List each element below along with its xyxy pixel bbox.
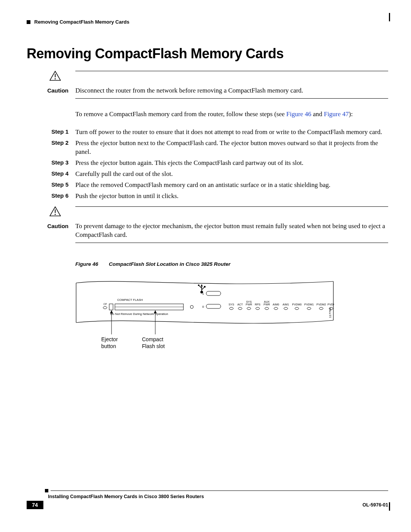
intro-pre: To remove a CompactFlash memory card fro… — [75, 110, 286, 118]
caution-icon — [49, 206, 75, 218]
svg-point-39 — [265, 307, 269, 310]
caution-label: Caution — [27, 223, 75, 229]
cf-led-label: CF — [104, 303, 107, 305]
figure-image-id: 117784 — [328, 308, 332, 318]
svg-text:PVDM0: PVDM0 — [292, 303, 302, 306]
figure-47-link[interactable]: Figure 47 — [324, 110, 349, 118]
figure-title: CompactFlash Slot Location in Cisco 3825… — [109, 261, 231, 267]
step-row: Step 4 Carefully pull the card out of th… — [27, 170, 388, 179]
svg-point-37 — [247, 307, 251, 310]
step-label: Step 6 — [27, 192, 75, 201]
svg-point-21 — [190, 305, 193, 308]
svg-marker-47 — [110, 310, 113, 313]
svg-text:PVDM1: PVDM1 — [304, 303, 314, 306]
step-label: Step 4 — [27, 170, 75, 179]
figure-46-link[interactable]: Figure 46 — [286, 110, 311, 118]
caution-label: Caution — [27, 87, 75, 94]
step-label: Step 3 — [27, 159, 75, 168]
svg-point-2 — [55, 78, 56, 80]
callout-slot: CompactFlash slot — [142, 336, 165, 350]
svg-point-17 — [103, 307, 107, 309]
doc-id: OL-5976-01 — [363, 502, 388, 508]
port-0-label: 0 — [202, 305, 204, 308]
step-text: Place the removed CompactFlash memory ca… — [75, 181, 388, 190]
port-1-label: 1 — [202, 292, 204, 296]
intro-paragraph: To remove a CompactFlash memory card fro… — [75, 110, 388, 119]
header-marker — [27, 20, 30, 24]
svg-point-5 — [55, 214, 56, 215]
svg-point-42 — [295, 307, 299, 310]
cf-warning-text: Do Not Remove During Network Operation — [110, 312, 168, 316]
svg-text:RPS: RPS — [255, 303, 261, 306]
svg-point-44 — [319, 307, 323, 310]
crop-mark-top — [389, 13, 390, 21]
compact-flash-label: COMPACT FLASH — [117, 298, 143, 302]
step-row: Step 3 Press the ejector button again. T… — [27, 159, 388, 168]
footer-marker — [45, 489, 48, 492]
svg-text:AIM0: AIM0 — [273, 303, 279, 306]
svg-marker-49 — [154, 310, 157, 313]
rule — [75, 206, 388, 207]
svg-point-36 — [238, 307, 242, 310]
svg-point-41 — [284, 307, 288, 310]
svg-rect-16 — [206, 304, 221, 308]
step-label: Step 5 — [27, 181, 75, 190]
step-row: Step 1 Turn off power to the router to e… — [27, 128, 388, 137]
svg-marker-14 — [201, 284, 203, 286]
step-label: Step 1 — [27, 128, 75, 137]
rule — [75, 71, 388, 71]
svg-point-43 — [307, 307, 311, 310]
svg-text:ACT: ACT — [237, 303, 243, 306]
svg-text:PWR: PWR — [246, 303, 252, 306]
svg-point-40 — [274, 307, 278, 310]
figure-caption: Figure 46CompactFlash Slot Location in C… — [75, 261, 388, 267]
footer-rule-line — [51, 490, 388, 491]
step-row: Step 2 Press the ejector button next to … — [27, 139, 388, 157]
svg-text:PVDM2: PVDM2 — [317, 303, 326, 306]
step-row: Step 5 Place the removed CompactFlash me… — [27, 181, 388, 190]
figure-diagram: 1 0 COMPACT FLASH CF Do Not Remove Durin… — [75, 275, 334, 355]
running-header-text: Removing CompactFlash Memory Cards — [34, 19, 129, 25]
running-header: Removing CompactFlash Memory Cards — [27, 19, 388, 25]
caution-text: To prevent damage to the ejector mechani… — [75, 222, 388, 240]
callout-ejector: Ejectorbutton — [101, 336, 118, 350]
step-text: Press the ejector button again. This eje… — [75, 159, 388, 168]
footer-doc-title: Installing CompactFlash Memory Cards in … — [48, 494, 388, 499]
svg-rect-18 — [109, 304, 113, 310]
step-text: Press the ejector button next to the Com… — [75, 139, 388, 157]
caution-text: Disconnect the router from the network b… — [75, 86, 388, 95]
svg-rect-13 — [204, 286, 206, 288]
step-text: Push the ejector button in until it clic… — [75, 192, 388, 201]
page-title: Removing CompactFlash Memory Cards — [27, 46, 388, 62]
caution-icon — [49, 71, 75, 83]
intro-post: ): — [349, 110, 353, 118]
page-footer: Installing CompactFlash Memory Cards in … — [27, 489, 388, 509]
page-number: 74 — [27, 501, 43, 509]
rule — [75, 98, 388, 99]
svg-point-35 — [229, 307, 233, 310]
crop-mark-bottom — [389, 502, 390, 511]
intro-mid: and — [311, 110, 324, 118]
svg-text:PWR: PWR — [264, 303, 270, 306]
figure-number: Figure 46 — [75, 261, 98, 267]
svg-point-38 — [256, 307, 260, 310]
step-row: Step 6 Push the ejector button in until … — [27, 192, 388, 201]
step-text: Turn off power to the router to ensure t… — [75, 128, 388, 137]
step-text: Carefully pull the card out of the slot. — [75, 170, 388, 179]
step-label: Step 2 — [27, 139, 75, 157]
svg-text:AIM1: AIM1 — [283, 303, 289, 306]
svg-point-12 — [198, 284, 199, 286]
rule — [75, 243, 388, 243]
svg-rect-15 — [206, 291, 221, 296]
svg-text:PVDM3: PVDM3 — [328, 303, 334, 306]
svg-text:SYS: SYS — [229, 303, 234, 306]
